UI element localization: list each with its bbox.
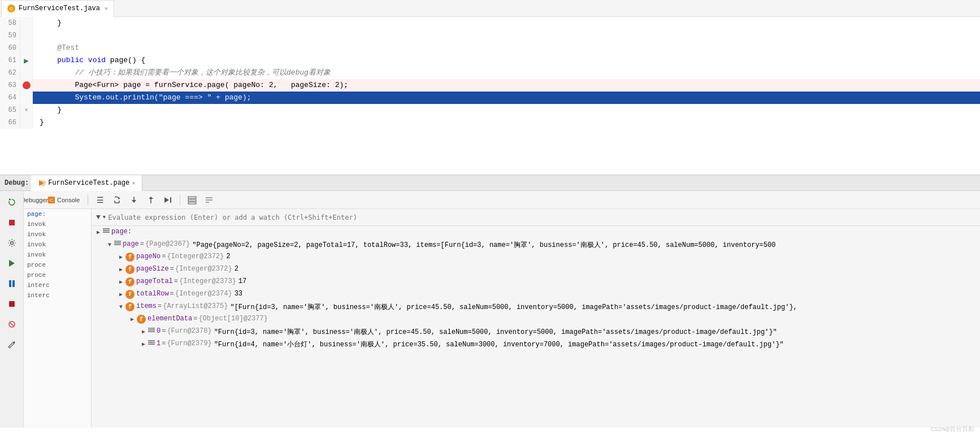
expand-icon[interactable]: ▶ — [116, 277, 125, 286]
console-tab-btn[interactable]: C Console — [45, 194, 82, 206]
svg-rect-25 — [188, 197, 196, 198]
var-type-icon — [103, 228, 110, 233]
svg-marker-7 — [9, 260, 15, 267]
step-over-btn[interactable] — [111, 194, 123, 206]
code-content: } — [33, 17, 980, 29]
tab-close-icon[interactable]: ✕ — [105, 5, 108, 12]
debug-tab-active[interactable]: FurnServiceTest.page ✕ — [31, 175, 142, 191]
edit-btn[interactable] — [4, 337, 20, 353]
filter-icon[interactable]: ▼ — [96, 213, 101, 221]
fold-icon[interactable]: ▼ — [24, 107, 28, 114]
gutter — [20, 67, 33, 79]
variable-row[interactable]: ▶page: — [92, 227, 980, 240]
var-type-icon — [148, 340, 155, 345]
gutter: ▶ — [20, 54, 33, 67]
variable-row[interactable]: ▼fitems = {ArrayList@2375} "[Furn{id=3, … — [92, 302, 980, 314]
svg-text:C: C — [10, 6, 13, 11]
step-out-btn[interactable] — [145, 194, 157, 206]
var-ref: {Integer@2372} — [175, 265, 232, 273]
var-name: pageSize — [136, 265, 169, 273]
var-type-icon: f — [125, 265, 135, 274]
expand-icon[interactable]: ▶ — [128, 315, 137, 324]
line-number: 64 — [0, 92, 20, 104]
panel-body: page:invokinvokinvokinvokproceproceinter… — [24, 209, 980, 428]
code-line: 64 System.out.println("page ===> " + pag… — [0, 92, 980, 104]
variable-row[interactable]: ▶fpageTotal = {Integer@2373} 17 — [92, 277, 980, 289]
editor-tab[interactable]: C FurnServiceTest.java ✕ — [1, 0, 114, 17]
var-equals: = — [140, 240, 144, 248]
expand-icon[interactable]: ▶ — [116, 290, 125, 299]
expand-icon[interactable]: ▶ — [139, 327, 148, 336]
expand-icon[interactable]: ▼ — [105, 240, 114, 249]
code-content: public void page() { — [33, 54, 980, 67]
expand-icon[interactable]: ▶ — [139, 340, 148, 349]
code-content: } — [33, 116, 980, 129]
debugger-tab-btn[interactable]: Debugger — [28, 194, 41, 206]
var-ref: {ArrayList@2375} — [163, 302, 228, 310]
variable-row[interactable]: ▶felementData = {Object[10]@2377} — [92, 314, 980, 327]
variable-row[interactable]: ▶0 = {Furn@2378} "Furn{id=3, name='胸罩', … — [92, 327, 980, 339]
hamburger-btn[interactable]: ☰ — [94, 194, 106, 206]
frames-btn[interactable] — [186, 194, 198, 206]
expression-input[interactable] — [108, 214, 975, 221]
variable-row[interactable]: ▶ftotalRow = {Integer@2374} 33 — [92, 289, 980, 302]
stack-item[interactable]: invok — [24, 219, 91, 229]
restart-btn[interactable] — [4, 194, 20, 210]
watch-vars-area: ▼ ▼ ▶page:▼page = {Page@2367} "Page{page… — [92, 209, 980, 428]
stack-item[interactable]: invok — [24, 250, 91, 260]
stop-red-btn[interactable] — [4, 296, 20, 312]
svg-text:C: C — [50, 198, 53, 203]
watches-btn[interactable] — [203, 194, 215, 206]
variable-row[interactable]: ▼page = {Page@2367} "Page{pageNo=2, page… — [92, 240, 980, 252]
expand-icon[interactable]: ▶ — [94, 228, 103, 237]
mute-btn[interactable] — [4, 316, 20, 332]
run-btn[interactable] — [4, 255, 20, 271]
call-stack-panel: page:invokinvokinvokinvokproceproceinter… — [24, 209, 92, 428]
java-file-icon: C — [7, 5, 15, 12]
gutter: ▼ — [20, 104, 33, 116]
var-ref: {Integer@2374} — [175, 290, 232, 298]
var-ref: {Page@2367} — [145, 240, 190, 248]
debug-tab-close-icon[interactable]: ✕ — [132, 180, 135, 186]
expand-icon[interactable]: ▶ — [116, 265, 125, 274]
stack-item[interactable]: interc — [24, 290, 91, 301]
console-icon: C — [47, 196, 55, 204]
filter-dropdown-icon[interactable]: ▼ — [103, 215, 106, 220]
stack-item[interactable]: invok — [24, 229, 91, 240]
stack-item[interactable]: page: — [24, 209, 91, 219]
var-equals: = — [193, 315, 197, 323]
step-into-btn[interactable] — [128, 194, 140, 206]
settings-btn[interactable] — [4, 235, 20, 251]
stack-item[interactable]: proce — [24, 260, 91, 270]
var-ref: {Furn@2379} — [167, 340, 211, 347]
code-content: // 小技巧：如果我们需要看一个对象，这个对象比较复杂，可以debug看对象 — [33, 67, 980, 79]
var-ref: {Object[10]@2377} — [198, 315, 267, 323]
pause-btn[interactable] — [4, 276, 20, 292]
var-value: 2 — [226, 253, 230, 260]
var-name: elementData — [148, 315, 192, 323]
svg-point-6 — [10, 242, 13, 245]
code-line: 60 @Test — [0, 42, 980, 54]
var-type-icon: f — [137, 315, 146, 324]
breakpoint-icon[interactable] — [23, 81, 31, 89]
stack-item[interactable]: interc — [24, 280, 91, 290]
stack-item[interactable]: invok — [24, 240, 91, 250]
expand-icon[interactable]: ▶ — [116, 253, 125, 262]
svg-marker-15 — [118, 197, 120, 199]
code-content: Page<Furn> page = furnService.page( page… — [33, 79, 980, 92]
debug-toolbar: Debugger C Console ☰ — [24, 191, 980, 209]
variable-row[interactable]: ▶fpageSize = {Integer@2372} 2 — [92, 264, 980, 277]
var-name: items — [136, 302, 157, 310]
stop-btn[interactable] — [4, 215, 20, 231]
line-number: 63 — [0, 79, 20, 92]
var-value: 17 — [239, 277, 246, 285]
svg-marker-20 — [132, 200, 136, 203]
stack-item[interactable]: proce — [24, 270, 91, 280]
run-to-cursor-btn[interactable] — [162, 194, 174, 206]
variable-row[interactable]: ▶1 = {Furn@2379} "Furn{id=4, name='小台灯',… — [92, 339, 980, 351]
variable-row[interactable]: ▶fpageNo = {Integer@2372} 2 — [92, 252, 980, 264]
var-name: page — [123, 240, 139, 248]
code-content: @Test — [33, 42, 980, 54]
debug-label: Debug: — [5, 179, 29, 187]
expand-icon[interactable]: ▼ — [116, 302, 125, 311]
